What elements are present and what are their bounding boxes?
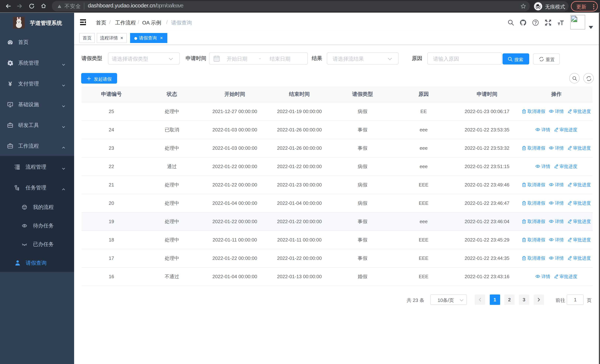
svg-text:¥: ¥ (9, 81, 12, 86)
